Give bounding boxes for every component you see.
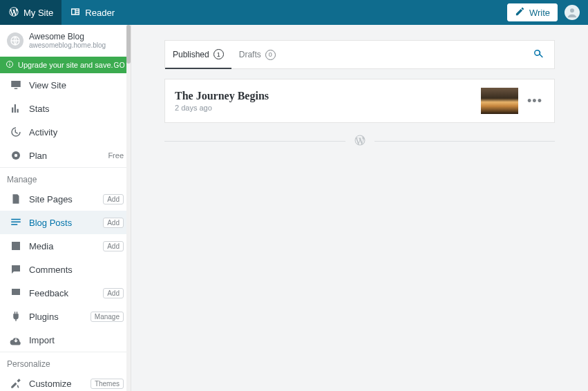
- nav-posts-label: Blog Posts: [29, 218, 72, 228]
- site-name: Awesome Blog: [29, 32, 106, 41]
- nav-activity[interactable]: Activity: [0, 120, 131, 144]
- comments-icon: [10, 263, 22, 276]
- tab-reader-label: Reader: [85, 8, 115, 18]
- nav-media-label: Media: [29, 241, 53, 251]
- post-more-button[interactable]: •••: [525, 94, 544, 108]
- post-time: 2 days ago: [175, 104, 481, 112]
- nav-media[interactable]: Media Add: [0, 234, 131, 258]
- tab-published-count: 1: [214, 49, 224, 59]
- add-button-feedback[interactable]: Add: [103, 288, 124, 298]
- main: Awesome Blog awesomeblog.home.blog Upgra…: [0, 25, 588, 391]
- wordpress-icon: [8, 6, 19, 19]
- nav-blog-posts[interactable]: Blog Posts Add: [0, 211, 131, 234]
- nav-plugins-label: Plugins: [29, 312, 59, 322]
- user-avatar[interactable]: [565, 5, 580, 20]
- tab-my-site-label: My Site: [23, 8, 53, 18]
- upgrade-go[interactable]: GO: [113, 61, 125, 69]
- nav-customize-label: Customize: [29, 379, 71, 389]
- nav-import-label: Import: [29, 335, 55, 345]
- content: Published 1 Drafts 0 The Journey Begins …: [131, 25, 588, 391]
- wordpress-icon: [354, 134, 366, 149]
- nav-stats[interactable]: Stats: [0, 97, 131, 120]
- sidebar: Awesome Blog awesomeblog.home.blog Upgra…: [0, 25, 131, 391]
- reader-icon: [70, 6, 81, 19]
- nav-feedback-label: Feedback: [29, 288, 68, 298]
- stats-icon: [10, 102, 22, 115]
- manage-button-plugins[interactable]: Manage: [91, 312, 124, 322]
- nav-feedback[interactable]: Feedback Add: [0, 281, 131, 305]
- write-button[interactable]: Write: [507, 3, 558, 21]
- feedback-icon: [10, 287, 22, 299]
- search-button[interactable]: [522, 48, 554, 62]
- nav-comments-label: Comments: [29, 265, 73, 275]
- activity-icon: [10, 126, 22, 138]
- tab-drafts[interactable]: Drafts 0: [231, 41, 283, 68]
- nav-import[interactable]: Import: [0, 328, 131, 352]
- nav-view-site[interactable]: View Site: [0, 73, 131, 97]
- import-icon: [10, 334, 22, 346]
- search-icon: [532, 48, 544, 60]
- svg-rect-4: [10, 64, 10, 66]
- site-url: awesomeblog.home.blog: [29, 41, 106, 50]
- info-icon: [6, 60, 14, 70]
- tab-reader[interactable]: Reader: [61, 0, 123, 25]
- site-header[interactable]: Awesome Blog awesomeblog.home.blog: [0, 25, 131, 57]
- write-button-label: Write: [529, 8, 550, 18]
- posts-icon: [10, 216, 22, 229]
- post-card[interactable]: The Journey Begins 2 days ago •••: [164, 79, 555, 123]
- nav-plugins[interactable]: Plugins Manage: [0, 305, 131, 328]
- nav-pages-label: Site Pages: [29, 194, 73, 204]
- tab-my-site[interactable]: My Site: [0, 0, 61, 25]
- plan-badge: Free: [108, 151, 124, 160]
- section-manage: Manage: [0, 168, 131, 187]
- monitor-icon: [10, 79, 22, 91]
- topbar-spacer: [123, 0, 507, 25]
- pages-icon: [10, 193, 22, 205]
- nav-site-pages[interactable]: Site Pages Add: [0, 187, 131, 211]
- site-info: Awesome Blog awesomeblog.home.blog: [29, 32, 106, 50]
- add-button-pages[interactable]: Add: [103, 194, 124, 204]
- svg-point-1: [570, 8, 574, 12]
- nav-view-site-label: View Site: [29, 80, 66, 90]
- nav-activity-label: Activity: [29, 127, 57, 137]
- plugins-icon: [10, 310, 22, 323]
- tab-drafts-count: 0: [265, 50, 276, 60]
- topbar: My Site Reader Write: [0, 0, 588, 25]
- svg-point-7: [15, 154, 18, 158]
- tab-published[interactable]: Published 1: [165, 41, 231, 69]
- svg-rect-5: [10, 62, 10, 63]
- scrollbar-thumb[interactable]: [126, 25, 131, 64]
- scrollbar-track: [126, 25, 131, 391]
- add-button-posts[interactable]: Add: [103, 218, 124, 228]
- site-icon: [7, 32, 23, 49]
- customize-icon: [10, 377, 22, 390]
- plan-icon: [10, 149, 22, 162]
- tab-drafts-label: Drafts: [239, 50, 261, 59]
- upgrade-banner[interactable]: Upgrade your site and save. GO: [0, 57, 131, 73]
- nav-customize[interactable]: Customize Themes: [0, 372, 131, 391]
- section-personalize: Personalize: [0, 352, 131, 372]
- themes-button[interactable]: Themes: [91, 379, 124, 389]
- add-button-media[interactable]: Add: [103, 241, 124, 251]
- nav-plan[interactable]: Plan Free: [0, 144, 131, 167]
- post-title: The Journey Begins: [175, 90, 481, 102]
- post-thumbnail: [481, 88, 518, 114]
- nav-comments[interactable]: Comments: [0, 258, 131, 281]
- write-icon: [515, 6, 525, 19]
- end-divider: [164, 134, 555, 149]
- upgrade-text: Upgrade your site and save.: [18, 61, 113, 69]
- post-tabs: Published 1 Drafts 0: [164, 40, 555, 69]
- media-icon: [10, 240, 22, 252]
- nav-plan-label: Plan: [29, 151, 47, 161]
- nav-stats-label: Stats: [29, 104, 50, 114]
- tab-published-label: Published: [173, 50, 209, 59]
